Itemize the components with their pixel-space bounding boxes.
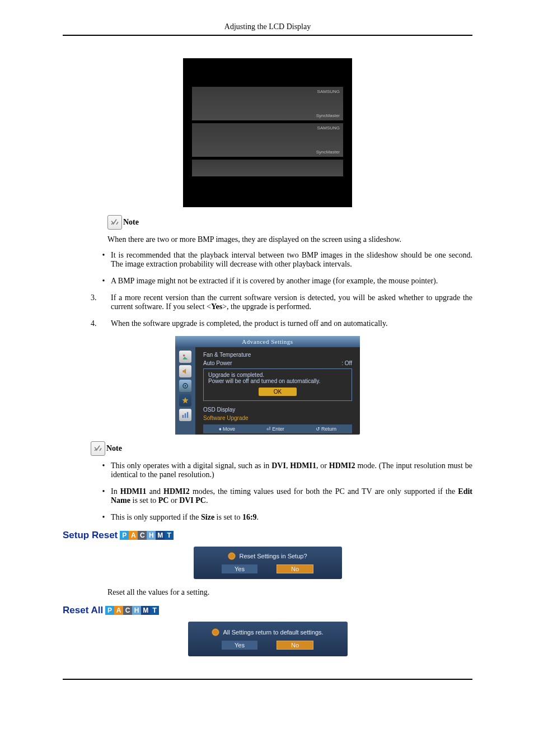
osd-sound-icon xyxy=(179,365,191,377)
mode-a-icon: A xyxy=(129,531,138,540)
svg-point-2 xyxy=(185,385,186,386)
section-setup-reset: Setup Reset P A C H M T xyxy=(63,530,472,541)
note-icon xyxy=(107,215,122,230)
osd-software-upgrade-label: Software Upgrade xyxy=(203,415,352,421)
osd-autopower-value: : Off xyxy=(341,360,352,366)
osd-setup-icon xyxy=(179,380,191,392)
reset-all-dialog: All Settings return to default settings.… xyxy=(188,622,348,656)
list-number: 3. xyxy=(91,293,111,311)
reset-description: Reset all the values for a setting. xyxy=(107,588,472,597)
note-label: Note xyxy=(106,444,122,453)
osd-ok-button[interactable]: OK xyxy=(259,388,297,396)
osd-move-hint: ♦ Move xyxy=(219,426,235,432)
list-item: This is only supported if the Size is se… xyxy=(111,513,259,522)
osd-upgrade-msg1: Upgrade is completed. xyxy=(208,372,347,378)
osd-enter-hint: ⏎ Enter xyxy=(266,426,284,432)
slideshow-screenshot: SAMSUNGSyncMaster SAMSUNGSyncMaster xyxy=(183,58,352,207)
mode-strip: P A C H M T xyxy=(105,606,159,615)
mode-m-icon: M xyxy=(156,531,165,540)
dialog-title: Reset Settings in Setup? xyxy=(239,553,307,559)
info-icon xyxy=(228,552,236,560)
osd-upgrade-msg2: Power will be off and turned on automati… xyxy=(208,378,347,384)
mode-strip: P A C H M T xyxy=(120,531,174,540)
yes-button[interactable]: Yes xyxy=(222,564,257,573)
osd-osd-display-label: OSD Display xyxy=(203,407,352,413)
mode-c-icon: C xyxy=(138,531,147,540)
no-button[interactable]: No xyxy=(277,641,313,650)
mode-c-icon: C xyxy=(123,606,132,615)
svg-rect-4 xyxy=(185,413,186,418)
info-icon xyxy=(212,628,219,636)
list-item: This only operates with a digital signal… xyxy=(111,461,472,479)
footer-rule xyxy=(63,679,472,680)
mode-p-icon: P xyxy=(120,531,129,540)
list-number: 4. xyxy=(91,319,111,328)
list-item: It is recommended that the playback inte… xyxy=(111,251,472,269)
osd-picture-icon xyxy=(179,351,191,363)
slideshow-description: When there are two or more BMP images, t… xyxy=(107,235,472,244)
note-icon xyxy=(91,441,105,456)
dialog-title: All Settings return to default settings. xyxy=(223,629,323,636)
bullet-list-b: • This only operates with a digital sign… xyxy=(96,461,472,522)
osd-info-icon xyxy=(179,409,191,421)
yes-button[interactable]: Yes xyxy=(222,641,257,650)
page-header-title: Adjusting the LCD Display xyxy=(63,22,472,35)
osd-title: Advanced Settings xyxy=(175,336,360,347)
mode-m-icon: M xyxy=(141,606,150,615)
osd-fan-label: Fan & Temperature xyxy=(203,352,251,358)
note-label: Note xyxy=(123,218,139,227)
header-rule xyxy=(63,35,472,36)
list-item: If a more recent version than the curren… xyxy=(111,293,472,311)
osd-return-hint: ↺ Return xyxy=(316,426,337,432)
svg-rect-5 xyxy=(187,412,188,418)
bullet-list-a: •It is recommended that the playback int… xyxy=(96,251,472,286)
mode-h-icon: H xyxy=(132,606,141,615)
svg-rect-3 xyxy=(182,415,184,418)
reset-setup-dialog: Reset Settings in Setup? Yes No xyxy=(194,547,342,579)
list-item: When the software upgrade is completed, … xyxy=(111,319,388,328)
section-reset-all: Reset All P A C H M T xyxy=(63,605,472,616)
osd-screenshot: Advanced Settings Fan & Temperature Auto… xyxy=(175,336,360,435)
list-item: In HDMI1 and HDMI2 modes, the timing val… xyxy=(111,487,472,505)
mode-t-icon: T xyxy=(150,606,159,615)
no-button[interactable]: No xyxy=(277,564,313,573)
mode-t-icon: T xyxy=(165,531,174,540)
osd-autopower-label: Auto Power xyxy=(203,360,232,366)
mode-h-icon: H xyxy=(147,531,156,540)
mode-a-icon: A xyxy=(114,606,123,615)
svg-point-0 xyxy=(183,354,185,357)
osd-multi-icon xyxy=(179,394,191,407)
mode-p-icon: P xyxy=(105,606,114,615)
numbered-list: 3. If a more recent version than the cur… xyxy=(91,293,472,328)
list-item: A BMP image might not be extracted if it… xyxy=(111,277,438,286)
